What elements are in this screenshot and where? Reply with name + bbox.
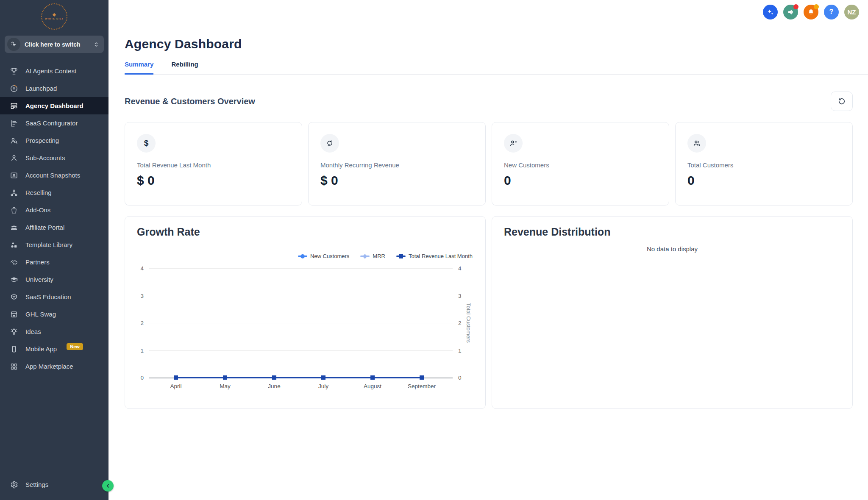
data-point-marker	[370, 375, 375, 380]
sidebar-item-affiliate-portal[interactable]: Affiliate Portal	[0, 219, 108, 236]
revenue-distribution-title: Revenue Distribution	[504, 226, 610, 238]
data-point-marker	[321, 375, 326, 380]
sidebar-item-sub-accounts[interactable]: Sub-Accounts	[0, 149, 108, 167]
sidebar-item-agency-dashboard[interactable]: Agency Dashboard	[0, 97, 108, 114]
sidebar-item-label: Add-Ons	[25, 206, 50, 214]
sidebar-item-reselling[interactable]: Reselling	[0, 184, 108, 201]
square-marker-icon	[396, 254, 406, 258]
stat-card-new-customers: New Customers0	[492, 122, 669, 206]
growth-rate-title: Growth Rate	[137, 226, 200, 238]
sidebar-item-ai-agents-contest[interactable]: AI Agents Contest	[0, 62, 108, 80]
y-axis-tick-right: 1	[458, 347, 462, 353]
legend-item-new-customers[interactable]: New Customers	[298, 253, 349, 259]
chevron-up-down-icon	[93, 41, 100, 48]
revenue-distribution-panel: Revenue Distribution No data to display	[492, 216, 853, 409]
trophy-icon	[9, 67, 19, 76]
tab-rebilling[interactable]: Rebilling	[171, 61, 198, 74]
right-axis-title: Total Customers	[465, 303, 472, 343]
ai-assistant-button[interactable]	[763, 5, 778, 19]
sidebar: WHITE BILT Click here to switch AI Agent…	[0, 0, 108, 500]
new-badge: New	[67, 343, 83, 350]
y-axis-tick-right: 0	[458, 375, 462, 381]
sidebar-item-saas-configurator[interactable]: SaaS Configurator	[0, 114, 108, 132]
series-line-total-revenue-last-month	[176, 377, 422, 378]
sidebar-item-mobile-app[interactable]: Mobile AppNew	[0, 340, 108, 358]
sidebar-item-launchpad[interactable]: Launchpad	[0, 80, 108, 97]
sidebar-item-label: Reselling	[25, 189, 52, 196]
cube-icon	[9, 292, 19, 302]
sidebar-item-account-snapshots[interactable]: Account Snapshots	[0, 167, 108, 184]
account-switcher[interactable]: Click here to switch	[5, 36, 104, 53]
data-point-marker	[174, 375, 178, 380]
page-content: Agency Dashboard SummaryRebilling Revenu…	[108, 24, 868, 409]
x-axis-tick: July	[318, 383, 328, 389]
legend-item-total-revenue-last-month[interactable]: Total Revenue Last Month	[396, 253, 473, 259]
announcements-button[interactable]	[783, 5, 798, 19]
stat-card-total-customers: Total Customers0	[675, 122, 853, 206]
shopping-bag-icon	[9, 206, 19, 215]
gridline	[149, 350, 453, 351]
sidebar-item-label: Account Snapshots	[25, 172, 80, 179]
avatar[interactable]: NZ	[844, 5, 859, 19]
account-switcher-label: Click here to switch	[25, 41, 89, 48]
notifications-button[interactable]	[804, 5, 818, 19]
help-button[interactable]: ?	[824, 5, 839, 19]
sidebar-collapse-button[interactable]	[102, 480, 114, 492]
growth-plot: 4433221100Total CustomersAprilMayJuneJul…	[149, 268, 453, 378]
y-axis-tick-left: 1	[140, 347, 144, 353]
y-axis-tick-right: 3	[458, 292, 462, 299]
growth-rate-panel: Growth Rate New CustomersMRRTotal Revenu…	[125, 216, 486, 409]
overview-section-title: Revenue & Customers Overview	[125, 97, 255, 106]
no-data-message: No data to display	[492, 245, 852, 253]
page-title: Agency Dashboard	[125, 37, 853, 51]
stat-card-value: $ 0	[320, 173, 473, 188]
tab-bar: SummaryRebilling	[125, 61, 868, 75]
cursor-click-icon	[7, 38, 20, 51]
handshake-icon	[9, 258, 19, 267]
sidebar-item-label: SaaS Configurator	[25, 119, 78, 127]
legend-label: Total Revenue Last Month	[409, 253, 473, 259]
stat-card-value: 0	[687, 173, 840, 188]
legend-item-mrr[interactable]: MRR	[360, 253, 385, 259]
sidebar-item-settings[interactable]: Settings	[0, 476, 108, 493]
dollar-icon: $	[137, 134, 156, 153]
y-axis-tick-left: 0	[140, 375, 144, 381]
snapshot-frame-icon	[9, 171, 19, 180]
sidebar-item-template-library[interactable]: Template Library	[0, 236, 108, 253]
grid-squares-icon	[9, 362, 19, 371]
sidebar-item-label: Partners	[25, 258, 50, 266]
sidebar-item-ideas[interactable]: Ideas	[0, 323, 108, 340]
agency-logo: WHITE BILT	[0, 0, 108, 30]
sync-icon	[320, 134, 339, 153]
sidebar-item-add-ons[interactable]: Add-Ons	[0, 201, 108, 219]
y-axis-tick-left: 4	[140, 265, 144, 272]
graduation-cap-icon	[9, 275, 19, 284]
tab-summary[interactable]: Summary	[125, 61, 153, 74]
stat-card-monthly-recurring-revenue: Monthly Recurring Revenue$ 0	[308, 122, 486, 206]
circle-marker-icon	[298, 254, 307, 258]
lightbulb-icon	[9, 327, 19, 336]
sidebar-settings-row: Settings	[0, 476, 108, 493]
sidebar-item-partners[interactable]: Partners	[0, 253, 108, 271]
notification-dot	[793, 4, 798, 9]
legend-label: MRR	[373, 253, 385, 259]
y-axis-tick-left: 2	[140, 320, 144, 326]
refresh-button[interactable]	[831, 92, 853, 111]
sidebar-item-label: Affiliate Portal	[25, 224, 64, 231]
network-icon	[9, 188, 19, 197]
logo-text: WHITE BILT	[45, 17, 64, 20]
sidebar-item-label: Settings	[25, 481, 48, 488]
sidebar-item-app-marketplace[interactable]: App Marketplace	[0, 358, 108, 375]
sidebar-item-prospecting[interactable]: Prospecting	[0, 132, 108, 149]
stat-card-total-revenue-last-month: $Total Revenue Last Month$ 0	[125, 122, 302, 206]
y-axis-tick-left: 3	[140, 292, 144, 299]
sidebar-item-saas-education[interactable]: SaaS Education	[0, 288, 108, 306]
storefront-icon	[9, 310, 19, 319]
sidebar-item-university[interactable]: University	[0, 271, 108, 288]
y-axis-tick-right: 4	[458, 265, 462, 272]
sidebar-item-label: Ideas	[25, 328, 41, 335]
users-icon	[687, 134, 706, 153]
sidebar-item-label: GHL Swag	[25, 311, 56, 318]
sidebar-item-ghl-swag[interactable]: GHL Swag	[0, 306, 108, 323]
sidebar-item-label: University	[25, 276, 53, 283]
